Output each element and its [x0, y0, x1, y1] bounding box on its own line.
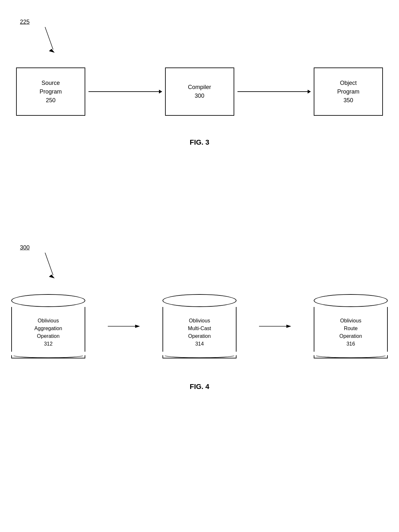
agg-cyl-bottom [11, 352, 85, 358]
object-program-box: ObjectProgram350 [314, 68, 383, 116]
fig4-caption: FIG. 4 [190, 383, 209, 391]
compiler-box: Compiler300 [165, 68, 234, 116]
svg-marker-1 [49, 49, 55, 53]
compiler-label: Compiler300 [188, 83, 211, 100]
svg-marker-5 [135, 325, 140, 328]
arrow-svg-2 [259, 323, 291, 329]
multicast-op-cylinder: ObliviousMulti-CastOperation314 [161, 294, 238, 358]
multicast-cyl-bottom [162, 352, 237, 358]
svg-line-2 [45, 253, 53, 275]
object-program-label: ObjectProgram350 [337, 79, 359, 105]
svg-marker-3 [49, 275, 55, 278]
route-cyl-label: ObliviousRouteOperation316 [314, 307, 387, 358]
multicast-cyl-top [162, 294, 237, 307]
arrow-src-to-compiler [85, 91, 165, 92]
multicast-cylinder-shape: ObliviousMulti-CastOperation314 [162, 294, 237, 358]
agg-op-cylinder: ObliviousAggregationOperation312 [10, 294, 87, 358]
ref-225-arrow [35, 27, 55, 53]
svg-marker-7 [286, 325, 291, 328]
arrow-agg-to-multicast [87, 323, 161, 329]
agg-cyl-top [11, 294, 85, 307]
fig3-boxes-row: SourceProgram250 Compiler300 ObjectProgr… [16, 68, 383, 116]
agg-cyl-body: ObliviousAggregationOperation312 [11, 307, 85, 358]
route-cyl-bottom [314, 352, 388, 358]
agg-cylinder-shape: ObliviousAggregationOperation312 [11, 294, 85, 358]
arrow-line-2 [237, 91, 311, 92]
ref-300-arrow [35, 253, 55, 278]
source-program-box: SourceProgram250 [16, 68, 85, 116]
route-cyl-body: ObliviousRouteOperation316 [314, 307, 388, 358]
route-cyl-top [314, 294, 388, 307]
agg-cyl-label: ObliviousAggregationOperation312 [12, 307, 85, 358]
arrow-multicast-to-route [238, 323, 312, 329]
arrow-svg-1 [108, 323, 140, 329]
svg-line-0 [45, 27, 53, 50]
arrow-line-1 [88, 91, 162, 92]
ref-225-label: 225 [20, 19, 30, 25]
route-op-cylinder: ObliviousRouteOperation316 [312, 294, 389, 358]
source-program-label: SourceProgram250 [40, 79, 62, 105]
multicast-cyl-body: ObliviousMulti-CastOperation314 [162, 307, 237, 358]
route-cylinder-shape: ObliviousRouteOperation316 [314, 294, 388, 358]
multicast-cyl-label: ObliviousMulti-CastOperation314 [163, 307, 236, 358]
ref-300-label: 300 [20, 244, 30, 251]
fig3-caption: FIG. 3 [190, 138, 209, 147]
arrow-compiler-to-obj [234, 91, 314, 92]
fig4-cylinders-row: ObliviousAggregationOperation312 Oblivio… [10, 294, 389, 358]
